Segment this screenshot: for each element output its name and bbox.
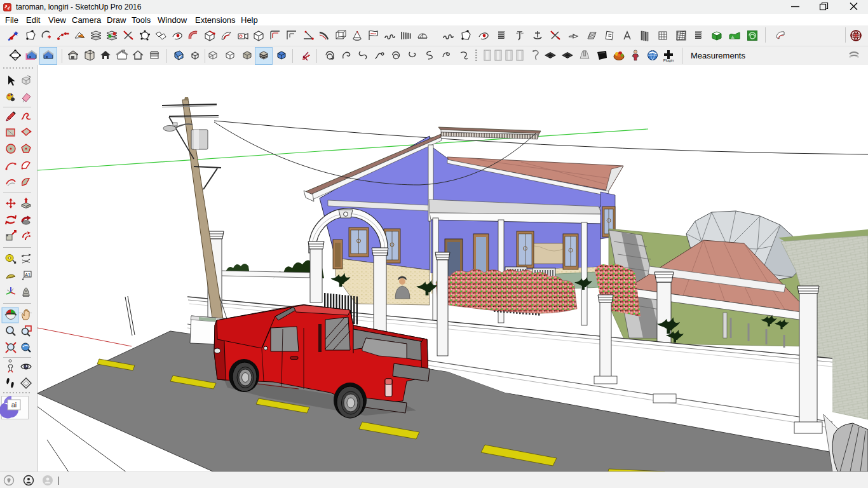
svg-text:ai: ai: [11, 401, 17, 409]
svg-text:A1: A1: [25, 273, 31, 277]
svg-text:Plugin: Plugin: [663, 58, 674, 62]
